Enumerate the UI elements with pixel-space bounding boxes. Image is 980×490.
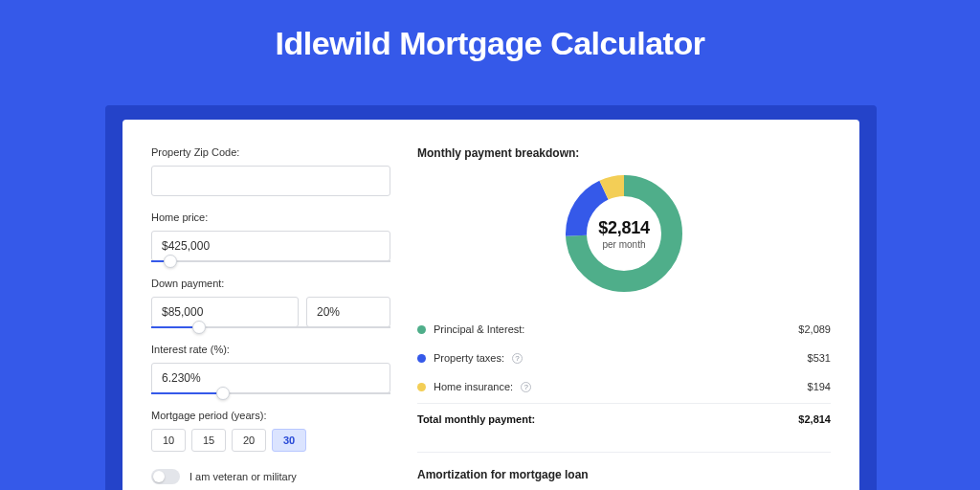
legend-label: Property taxes:: [434, 352, 504, 364]
down-payment-label: Down payment:: [151, 278, 390, 289]
legend-label: Principal & Interest:: [434, 323, 524, 335]
info-icon[interactable]: ?: [512, 353, 523, 364]
breakdown-panel: Monthly payment breakdown: $2,814 per mo…: [417, 146, 831, 490]
donut-chart-wrap: $2,814 per month: [417, 173, 831, 294]
legend-insurance: Home insurance: ? $194: [417, 372, 831, 401]
info-icon[interactable]: ?: [521, 382, 531, 392]
total-row: Total monthly payment: $2,814: [417, 403, 831, 434]
total-label: Total monthly payment:: [417, 413, 535, 425]
breakdown-title: Monthly payment breakdown:: [417, 146, 831, 160]
slider-thumb[interactable]: [192, 321, 206, 334]
down-payment-slider[interactable]: [151, 326, 390, 328]
amortization-block: Amortization for mortgage loan Amortizat…: [417, 452, 831, 490]
donut-amount: $2,814: [598, 218, 649, 238]
period-option-20[interactable]: 20: [232, 429, 266, 452]
slider-thumb[interactable]: [164, 255, 177, 268]
home-price-slider[interactable]: [151, 260, 390, 262]
interest-label: Interest rate (%):: [151, 344, 390, 355]
veteran-label: I am veteran or military: [189, 471, 297, 482]
zip-label: Property Zip Code:: [151, 146, 390, 158]
slider-thumb[interactable]: [216, 387, 230, 400]
period-option-10[interactable]: 10: [151, 429, 186, 452]
dot-icon: [417, 325, 426, 334]
period-option-15[interactable]: 15: [191, 429, 226, 452]
legend-principal: Principal & Interest: $2,089: [417, 315, 831, 344]
total-value: $2,814: [798, 413, 831, 425]
home-price-field-group: Home price:: [151, 212, 390, 262]
zip-field-group: Property Zip Code:: [151, 146, 390, 196]
legend-value: $531: [808, 352, 831, 364]
form-panel: Property Zip Code: Home price: Down paym…: [151, 146, 390, 490]
zip-input[interactable]: [151, 166, 390, 196]
home-price-label: Home price:: [151, 212, 390, 223]
legend-value: $194: [808, 381, 831, 392]
interest-field-group: Interest rate (%):: [151, 344, 390, 394]
page-title: Idlewild Mortgage Calculator: [0, 0, 980, 79]
veteran-toggle[interactable]: [151, 469, 180, 484]
interest-slider[interactable]: [151, 392, 390, 394]
down-payment-pct-input[interactable]: [306, 297, 390, 327]
home-price-input[interactable]: [151, 231, 390, 261]
dot-icon: [417, 354, 426, 363]
legend-value: $2,089: [798, 323, 831, 335]
down-payment-input[interactable]: [151, 297, 299, 327]
legend-taxes: Property taxes: ? $531: [417, 344, 831, 372]
dot-icon: [417, 383, 426, 391]
toggle-knob: [153, 471, 165, 482]
calculator-card: Property Zip Code: Home price: Down paym…: [122, 120, 859, 490]
down-payment-field-group: Down payment:: [151, 278, 390, 328]
donut-chart: $2,814 per month: [564, 173, 684, 294]
interest-input[interactable]: [151, 363, 390, 393]
legend-label: Home insurance:: [434, 381, 513, 392]
period-field-group: Mortgage period (years): 10 15 20 30: [151, 410, 390, 452]
amortization-title: Amortization for mortgage loan: [417, 468, 831, 481]
period-option-30[interactable]: 30: [272, 429, 306, 452]
period-label: Mortgage period (years):: [151, 410, 390, 421]
donut-sub: per month: [602, 239, 645, 250]
veteran-toggle-row: I am veteran or military: [151, 469, 390, 484]
